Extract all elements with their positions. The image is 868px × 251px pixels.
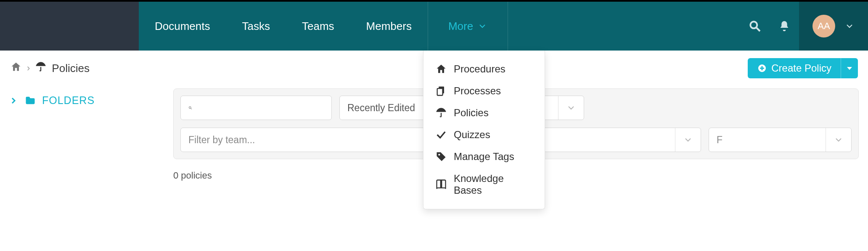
tag-icon <box>435 151 447 163</box>
chevron-down-icon <box>826 128 844 152</box>
chevron-down-icon <box>558 96 576 120</box>
team-filter-placeholder: Filter by team... <box>188 134 255 146</box>
nav-documents[interactable]: Documents <box>139 2 226 51</box>
create-policy-caret[interactable] <box>841 58 858 78</box>
chevron-down-icon <box>675 128 693 152</box>
more-item-policies[interactable]: Policies <box>423 102 545 124</box>
logo-area <box>0 2 139 51</box>
search-icon <box>748 19 762 33</box>
folders-label: FOLDERS <box>42 94 95 107</box>
more-item-procedures[interactable]: Procedures <box>423 58 545 80</box>
more-dropdown: Procedures Processes Policies Quizzes Ma… <box>423 51 545 194</box>
secondary-filter-select[interactable]: F <box>709 128 852 152</box>
more-item-label: Knowledge Bases <box>454 173 533 194</box>
folder-icon <box>24 95 36 107</box>
avatar: AA <box>812 15 835 37</box>
chevron-down-icon <box>477 21 487 31</box>
nav-tasks[interactable]: Tasks <box>226 2 286 51</box>
more-item-label: Policies <box>454 107 489 119</box>
nav-teams[interactable]: Teams <box>286 2 350 51</box>
chevron-right-icon <box>8 96 19 106</box>
more-item-label: Manage Tags <box>454 151 514 163</box>
create-policy-button[interactable]: Create Policy <box>748 58 841 78</box>
global-search-button[interactable] <box>740 2 770 51</box>
breadcrumb-separator: › <box>27 63 30 74</box>
search-icon <box>188 103 192 113</box>
sort-label: Recently Edited <box>347 102 415 114</box>
search-field[interactable] <box>180 96 332 120</box>
caret-down-icon <box>847 67 852 70</box>
umbrella-icon <box>35 61 47 76</box>
nav-more-label: More <box>448 20 473 33</box>
search-input[interactable] <box>198 102 324 114</box>
user-menu[interactable]: AA <box>799 2 868 51</box>
check-icon <box>435 129 447 141</box>
secondary-filter-placeholder: F <box>717 134 722 146</box>
more-item-processes[interactable]: Processes <box>423 80 545 102</box>
breadcrumb: › Policies <box>10 61 90 76</box>
breadcrumb-current: Policies <box>52 62 90 75</box>
sort-select[interactable]: Recently Edited <box>339 96 434 120</box>
plus-circle-icon <box>757 63 767 73</box>
more-item-label: Quizzes <box>454 129 490 141</box>
create-policy-label: Create Policy <box>771 62 831 74</box>
more-item-quizzes[interactable]: Quizzes <box>423 124 545 146</box>
sidebar: FOLDERS <box>0 84 164 117</box>
nav-members[interactable]: Members <box>350 2 428 51</box>
more-item-knowledge-bases[interactable]: Knowledge Bases <box>423 168 545 194</box>
book-icon <box>435 179 447 190</box>
more-item-label: Procedures <box>454 63 505 75</box>
top-bar: Documents Tasks Teams Members More AA <box>0 0 868 51</box>
create-policy-group: Create Policy <box>748 58 858 78</box>
home-icon[interactable] <box>10 61 22 76</box>
umbrella-icon <box>435 107 447 119</box>
copy-icon <box>435 85 447 97</box>
bell-icon <box>778 19 791 33</box>
chevron-down-icon <box>844 21 855 31</box>
primary-nav: Documents Tasks Teams Members More AA <box>139 2 868 51</box>
more-item-manage-tags[interactable]: Manage Tags <box>423 146 545 168</box>
more-item-label: Processes <box>454 85 501 97</box>
notifications-button[interactable] <box>770 2 799 51</box>
folders-toggle[interactable]: FOLDERS <box>8 94 156 107</box>
home-icon <box>435 63 447 75</box>
nav-more[interactable]: More <box>428 2 508 51</box>
